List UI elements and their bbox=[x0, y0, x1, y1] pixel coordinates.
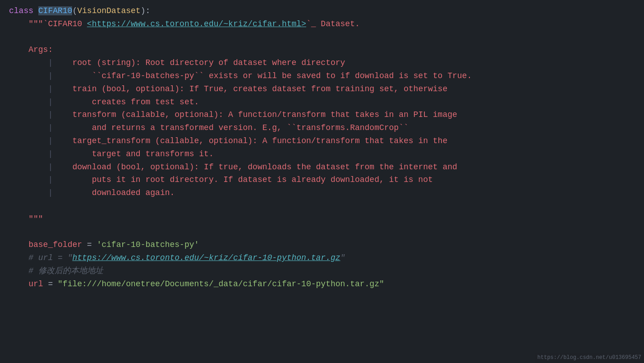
line-12: | target and transforms it. bbox=[9, 148, 635, 161]
line-5: | root (string): Root directory of datas… bbox=[9, 56, 635, 70]
line-6: | ``cifar-10-batches-py`` exists or will… bbox=[9, 70, 635, 83]
line-9: | transform (callable, optional): A func… bbox=[9, 108, 635, 121]
line-14: | puts it in root directory. If dataset … bbox=[9, 173, 635, 186]
line-1: class CIFAR10(VisionDataset): bbox=[9, 5, 635, 18]
line-10: | and returns a transformed version. E.g… bbox=[9, 121, 635, 135]
line-4: Args: bbox=[9, 43, 635, 56]
line-16 bbox=[9, 200, 635, 213]
line-15: | downloaded again. bbox=[9, 186, 635, 200]
line-7: | train (bool, optional): If True, creat… bbox=[9, 83, 635, 96]
line-13: | download (bool, optional): If true, do… bbox=[9, 161, 635, 174]
line-18 bbox=[9, 226, 635, 239]
line-2: """`CIFAR10 <https://www.cs.toronto.edu/… bbox=[9, 18, 635, 31]
line-20: # url = "https://www.cs.toronto.edu/~kri… bbox=[9, 251, 635, 265]
line-21: # 修改后的本地地址 bbox=[9, 265, 635, 278]
code-container: class CIFAR10(VisionDataset): """`CIFAR1… bbox=[0, 0, 644, 363]
line-8: | creates from test set. bbox=[9, 96, 635, 109]
watermark: https://blog.csdn.net/u013695457 bbox=[535, 353, 644, 363]
line-3 bbox=[9, 31, 635, 44]
line-17: """ bbox=[9, 213, 635, 226]
line-19: base_folder = 'cifar-10-batches-py' bbox=[9, 238, 635, 251]
line-11: | target_transform (callable, optional):… bbox=[9, 135, 635, 148]
line-22: url = "file:///home/onetree/Documents/_d… bbox=[9, 278, 635, 291]
